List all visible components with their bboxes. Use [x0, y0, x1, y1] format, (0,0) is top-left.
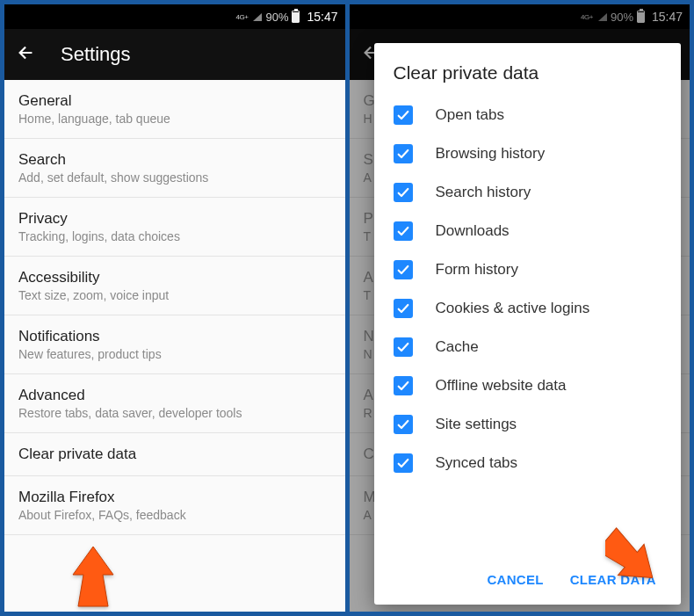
settings-item-label: Privacy	[18, 210, 331, 228]
settings-item-label: Notifications	[18, 328, 331, 345]
option-label: Cache	[436, 338, 479, 356]
settings-item[interactable]: AdvancedRestore tabs, data saver, develo…	[4, 374, 345, 433]
phone-right: 4G+ 90% 15:47 GHSAPTATNNARCMA Clear priv…	[350, 4, 690, 612]
checkbox-icon[interactable]	[394, 299, 413, 318]
app-header: Settings	[4, 29, 345, 80]
dialog-option[interactable]: Downloads	[394, 212, 664, 250]
screenshot-pair: 4G+ 90% 15:47 Settings GeneralHome, lang…	[0, 0, 694, 616]
checkbox-icon[interactable]	[394, 221, 413, 241]
checkbox-icon[interactable]	[394, 183, 413, 202]
checkbox-icon[interactable]	[394, 376, 413, 395]
cancel-button[interactable]: CANCEL	[487, 572, 543, 587]
back-arrow-icon[interactable]	[17, 43, 36, 66]
settings-item[interactable]: Clear private data	[4, 433, 345, 476]
dialog-option[interactable]: Cookies & active logins	[394, 289, 664, 328]
settings-item[interactable]: NotificationsNew features, product tips	[4, 315, 345, 374]
checkbox-icon[interactable]	[394, 337, 413, 357]
signal-icon	[253, 13, 262, 21]
dialog-option[interactable]: Synced tabs	[394, 444, 664, 482]
page-title: Settings	[61, 43, 131, 66]
battery-percent: 90%	[265, 11, 288, 24]
settings-item-label: Mozilla Firefox	[18, 489, 331, 506]
phone-left: 4G+ 90% 15:47 Settings GeneralHome, lang…	[4, 4, 345, 612]
option-label: Cookies & active logins	[436, 300, 590, 317]
checkbox-icon[interactable]	[394, 260, 413, 279]
dialog-options: Open tabsBrowsing historySearch historyD…	[394, 96, 664, 563]
option-label: Site settings	[436, 416, 517, 433]
settings-item-sublabel: Restore tabs, data saver, developer tool…	[18, 406, 331, 420]
status-bar: 4G+ 90% 15:47	[4, 4, 345, 29]
checkbox-icon[interactable]	[394, 144, 413, 163]
clear-private-data-dialog: Clear private data Open tabsBrowsing his…	[374, 43, 682, 605]
battery-icon	[292, 11, 300, 23]
settings-item-sublabel: Home, language, tab queue	[18, 112, 331, 126]
option-label: Form history	[436, 261, 518, 279]
clock: 15:47	[307, 10, 337, 24]
settings-item-label: Search	[18, 151, 331, 169]
dialog-option[interactable]: Cache	[394, 328, 664, 366]
settings-item[interactable]: Mozilla FirefoxAbout Firefox, FAQs, feed…	[4, 476, 345, 535]
settings-item[interactable]: SearchAdd, set default, show suggestions	[4, 139, 345, 198]
option-label: Browsing history	[436, 145, 546, 163]
settings-list[interactable]: GeneralHome, language, tab queueSearchAd…	[4, 80, 345, 612]
settings-item-label: Clear private data	[18, 446, 331, 463]
clear-data-button[interactable]: CLEAR DATA	[570, 572, 656, 587]
settings-item-sublabel: Add, set default, show suggestions	[18, 170, 331, 185]
settings-item-sublabel: Tracking, logins, data choices	[18, 229, 331, 243]
option-label: Synced tabs	[436, 454, 518, 472]
dialog-buttons: CANCEL CLEAR DATA	[394, 563, 664, 598]
checkbox-icon[interactable]	[394, 105, 413, 125]
settings-item-sublabel: About Firefox, FAQs, feedback	[18, 508, 331, 522]
dialog-option[interactable]: Site settings	[394, 405, 664, 444]
checkbox-icon[interactable]	[394, 415, 413, 434]
settings-item[interactable]: AccessibilityText size, zoom, voice inpu…	[4, 257, 345, 315]
option-label: Offline website data	[436, 377, 567, 395]
dialog-title: Clear private data	[394, 62, 664, 83]
dialog-option[interactable]: Open tabs	[394, 96, 664, 134]
network-icon: 4G+	[236, 13, 249, 21]
dialog-option[interactable]: Form history	[394, 250, 664, 289]
settings-item-label: Accessibility	[18, 269, 331, 286]
settings-item[interactable]: PrivacyTracking, logins, data choices	[4, 198, 345, 257]
settings-item-label: General	[18, 92, 331, 110]
settings-item-label: Advanced	[18, 387, 331, 404]
option-label: Search history	[436, 184, 531, 201]
checkbox-icon[interactable]	[394, 453, 413, 473]
settings-item[interactable]: GeneralHome, language, tab queue	[4, 80, 345, 139]
option-label: Open tabs	[436, 106, 504, 124]
option-label: Downloads	[436, 222, 510, 240]
dialog-option[interactable]: Offline website data	[394, 366, 664, 405]
settings-item-sublabel: Text size, zoom, voice input	[18, 288, 331, 302]
dialog-option[interactable]: Search history	[394, 173, 664, 212]
settings-item-sublabel: New features, product tips	[18, 347, 331, 361]
dialog-option[interactable]: Browsing history	[394, 134, 664, 173]
